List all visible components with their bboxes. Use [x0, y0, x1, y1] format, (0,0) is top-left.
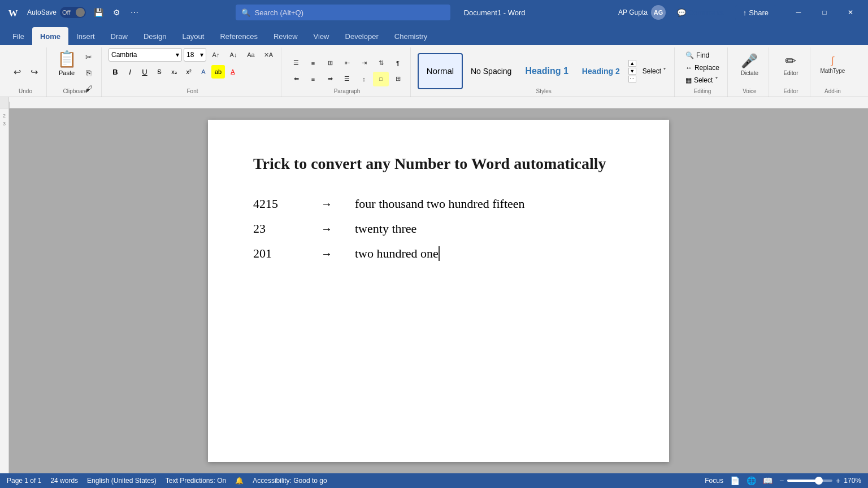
- styles-expand[interactable]: ⋯: [628, 76, 636, 82]
- print-layout-btn[interactable]: 📄: [730, 476, 740, 485]
- save-icon[interactable]: 💾: [90, 5, 106, 20]
- doc-scroll[interactable]: Trick to convert any Number to Word auto…: [9, 108, 868, 473]
- style-heading1[interactable]: Heading 1: [519, 53, 574, 89]
- borders-button[interactable]: ⊞: [390, 72, 406, 86]
- tab-design[interactable]: Design: [136, 27, 174, 45]
- zoom-slider-thumb[interactable]: [815, 477, 823, 485]
- justify-button[interactable]: ☰: [339, 72, 355, 86]
- style-normal[interactable]: Normal: [418, 53, 463, 89]
- status-right: Focus 📄 🌐 📖 − + 170%: [705, 476, 861, 485]
- zoom-slider[interactable]: [787, 480, 832, 482]
- style-no-spacing[interactable]: No Spacing: [465, 53, 517, 89]
- editor-label: Editor: [783, 70, 798, 76]
- clear-format-button[interactable]: ✕A: [261, 47, 276, 62]
- replace-button[interactable]: ↔ Replace: [682, 62, 723, 73]
- dictate-button[interactable]: 🎤 Dictate: [735, 47, 764, 81]
- font-size-selector[interactable]: 18 ▾: [184, 48, 206, 62]
- font-label: Font: [104, 88, 281, 94]
- editing-content: 🔍 Find ↔ Replace ▦ Select ˅: [682, 47, 723, 94]
- align-left-button[interactable]: ⬅: [288, 72, 304, 86]
- text-effects-button[interactable]: A: [197, 65, 210, 79]
- mathtype-button[interactable]: ∫ MathType: [818, 47, 847, 81]
- multilevel-list-button[interactable]: ⊞: [322, 56, 338, 71]
- word-4215: four thousand two hundred fifteen: [355, 197, 525, 211]
- decrease-font-button[interactable]: A↓: [225, 47, 241, 62]
- redo-button[interactable]: ↪: [26, 65, 42, 80]
- title-center: 🔍 Search (Alt+Q) Document1 - Word: [147, 5, 614, 20]
- tab-review[interactable]: Review: [266, 27, 306, 45]
- change-case-button[interactable]: Aa: [243, 47, 259, 62]
- title-bar-icons: 💾 ⚙ ⋯: [90, 5, 142, 20]
- shading-button[interactable]: □: [373, 72, 389, 86]
- paste-button[interactable]: 📋 Paste: [54, 47, 80, 80]
- misc-icon[interactable]: ⋯: [127, 5, 142, 20]
- editor-button[interactable]: ✏ Editor: [776, 47, 805, 81]
- tab-chemistry[interactable]: Chemistry: [387, 27, 436, 45]
- filter-icon[interactable]: ⚙: [108, 5, 124, 20]
- tab-layout[interactable]: Layout: [174, 27, 212, 45]
- styles-scroll-down[interactable]: ▼: [628, 68, 636, 75]
- ruler-main: [9, 97, 868, 108]
- select-button[interactable]: ▦ Select ˅: [682, 75, 722, 86]
- close-button[interactable]: ✕: [837, 3, 863, 21]
- autosave-knob: [76, 8, 85, 17]
- cut-button[interactable]: ✂: [81, 50, 97, 64]
- select-icon: ▦: [685, 76, 692, 84]
- tab-file[interactable]: File: [5, 27, 32, 45]
- copy-button[interactable]: ⎘: [81, 66, 97, 80]
- find-icon: 🔍: [685, 51, 694, 59]
- increase-font-button[interactable]: A↑: [208, 47, 224, 62]
- paste-label: Paste: [59, 69, 75, 76]
- autosave-toggle[interactable]: Off: [60, 7, 86, 18]
- maximize-button[interactable]: □: [811, 3, 837, 21]
- focus-label[interactable]: Focus: [705, 477, 723, 485]
- subscript-button[interactable]: x₂: [167, 65, 181, 79]
- bold-button[interactable]: B: [108, 65, 122, 79]
- search-placeholder: Search (Alt+Q): [255, 8, 303, 17]
- sort-button[interactable]: ⇅: [373, 56, 389, 71]
- find-button[interactable]: 🔍 Find: [682, 50, 713, 61]
- show-marks-button[interactable]: ¶: [390, 56, 406, 71]
- align-center-button[interactable]: ≡: [305, 72, 321, 86]
- comments-button[interactable]: 💬 Comments: [670, 5, 731, 20]
- reader-view-btn[interactable]: 📖: [763, 476, 772, 485]
- underline-button[interactable]: U: [138, 65, 151, 79]
- replace-icon: ↔: [685, 64, 692, 72]
- action-buttons: 💬 Comments ↑ Share: [670, 5, 776, 20]
- editor-group-label: Editor: [771, 88, 810, 94]
- tab-references[interactable]: References: [212, 27, 265, 45]
- page-info: Page 1 of 1: [7, 477, 41, 485]
- share-button[interactable]: ↑ Share: [735, 5, 776, 20]
- bullet-list-button[interactable]: ☰: [288, 56, 304, 71]
- arrow-2: →: [315, 223, 338, 236]
- increase-indent-button[interactable]: ⇥: [356, 56, 372, 71]
- decrease-indent-button[interactable]: ⇤: [339, 56, 355, 71]
- doc-page[interactable]: Trick to convert any Number to Word auto…: [208, 120, 669, 462]
- italic-button[interactable]: I: [123, 65, 137, 79]
- tab-draw[interactable]: Draw: [103, 27, 136, 45]
- search-box[interactable]: 🔍 Search (Alt+Q): [236, 5, 450, 20]
- select-style-button[interactable]: Select ˅: [639, 66, 670, 77]
- highlight-button[interactable]: ab: [211, 65, 225, 79]
- undo-button[interactable]: ↩: [9, 65, 25, 80]
- tab-home[interactable]: Home: [32, 27, 68, 45]
- font-format-row: B I U S x₂ x² A ab A: [108, 65, 240, 79]
- style-heading2[interactable]: Heading 2: [576, 53, 626, 89]
- superscript-button[interactable]: x²: [182, 65, 196, 79]
- font-selector[interactable]: Cambria ▾: [108, 48, 182, 62]
- tab-developer[interactable]: Developer: [337, 27, 387, 45]
- zoom-out-btn[interactable]: −: [779, 476, 784, 485]
- zoom-in-btn[interactable]: +: [836, 476, 840, 485]
- zoom-control: − + 170%: [779, 476, 861, 485]
- paste-icon: 📋: [57, 50, 77, 68]
- numbered-list-button[interactable]: ≡: [305, 56, 321, 71]
- styles-scroll-up[interactable]: ▲: [628, 60, 636, 67]
- tab-insert[interactable]: Insert: [68, 27, 103, 45]
- web-layout-btn[interactable]: 🌐: [747, 476, 756, 485]
- align-right-button[interactable]: ➡: [322, 72, 338, 86]
- line-spacing-button[interactable]: ↕: [356, 72, 372, 86]
- font-color-button[interactable]: A: [226, 65, 240, 79]
- minimize-button[interactable]: ─: [785, 3, 811, 21]
- strikethrough-button[interactable]: S: [153, 65, 166, 79]
- tab-view[interactable]: View: [306, 27, 337, 45]
